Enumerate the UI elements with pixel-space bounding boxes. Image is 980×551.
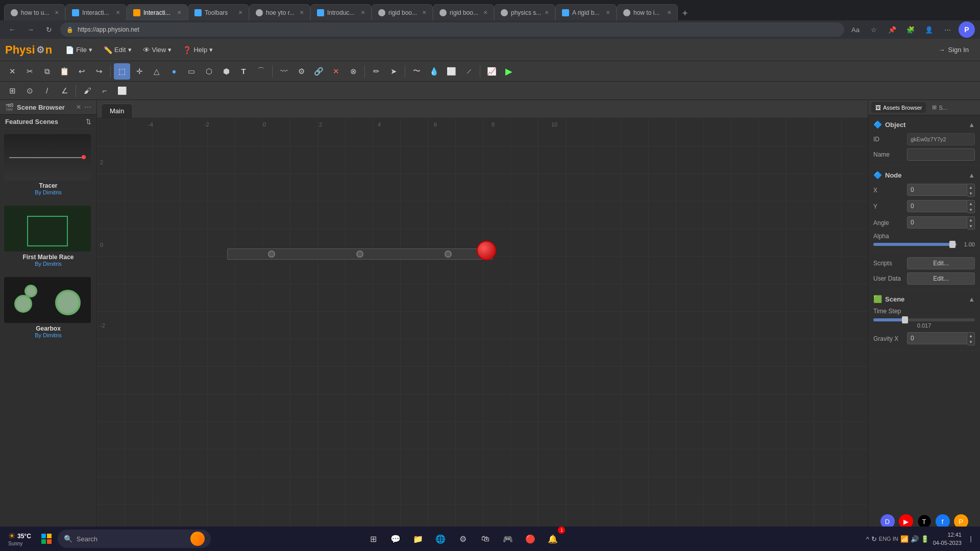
tab-close-2[interactable]: ✕ bbox=[116, 10, 120, 15]
edge-button[interactable]: 🌐 bbox=[430, 529, 451, 549]
gravity-x-down-arrow[interactable]: ▼ bbox=[967, 339, 974, 345]
angle-down-arrow[interactable]: ▼ bbox=[967, 223, 974, 229]
tab-close-9[interactable]: ✕ bbox=[545, 10, 549, 15]
text-tool-button[interactable]: T bbox=[235, 63, 252, 80]
forward-button[interactable]: → bbox=[23, 22, 38, 37]
node-section-toggle[interactable]: ▲ bbox=[968, 171, 975, 179]
panel-more-button[interactable]: ⋯ bbox=[84, 103, 91, 111]
sign-in-button[interactable]: → Sign In bbox=[933, 44, 975, 56]
physics-ball[interactable] bbox=[477, 241, 496, 260]
reader-view-button[interactable]: Aa bbox=[848, 22, 863, 37]
back-button[interactable]: ← bbox=[5, 22, 19, 37]
scene-section-toggle[interactable]: ▲ bbox=[968, 295, 975, 303]
drop-tool-button[interactable]: 💧 bbox=[426, 63, 442, 80]
physics-platform[interactable] bbox=[227, 248, 493, 260]
triangle-tool-button[interactable]: △ bbox=[149, 63, 165, 80]
circle-tool-button[interactable]: ● bbox=[166, 63, 182, 80]
pen-tool-button[interactable]: ✏ bbox=[368, 63, 384, 80]
chat-button[interactable]: 💬 bbox=[385, 529, 406, 549]
canvas-wrapper[interactable]: -4 -2 0 2 4 6 8 10 2 0 -2 bbox=[97, 118, 868, 539]
panel-close-button[interactable]: ✕ bbox=[76, 104, 81, 111]
scene-sort-button[interactable]: ⇅ bbox=[86, 118, 91, 126]
battery-icon[interactable]: 🔋 bbox=[921, 535, 929, 543]
notification-button[interactable]: 🔔 1 bbox=[543, 529, 563, 549]
corner-sub-tool[interactable]: ⌐ bbox=[96, 83, 113, 99]
object-section-toggle[interactable]: ▲ bbox=[968, 121, 975, 129]
scene-item-marble[interactable]: First Marble Race By Dimitris bbox=[2, 203, 94, 270]
select-tool-button[interactable]: ⬚ bbox=[114, 63, 130, 80]
canvas-grid[interactable]: -4 -2 0 2 4 6 8 10 2 0 -2 bbox=[97, 118, 868, 539]
tab-6[interactable]: Introduc... ✕ bbox=[310, 4, 372, 20]
extensions-button[interactable]: 🧩 bbox=[903, 22, 918, 37]
show-desktop-button[interactable]: | bbox=[966, 529, 976, 549]
y-input[interactable]: 0 bbox=[907, 200, 967, 212]
volume-icon[interactable]: 🔊 bbox=[911, 535, 919, 543]
angle-up-arrow[interactable]: ▲ bbox=[967, 217, 974, 223]
pin-button[interactable]: 📌 bbox=[885, 22, 899, 37]
tab-close-11[interactable]: ✕ bbox=[667, 10, 671, 15]
name-input[interactable] bbox=[907, 148, 975, 161]
tab-close-6[interactable]: ✕ bbox=[361, 10, 365, 15]
view-menu[interactable]: 👁 View ▾ bbox=[138, 44, 177, 56]
new-tab-button[interactable]: + bbox=[678, 6, 692, 20]
chain-tool-button[interactable]: 🔗 bbox=[310, 63, 327, 80]
gravity-x-input[interactable]: 0 bbox=[907, 332, 967, 344]
angle-sub-tool[interactable]: ∠ bbox=[56, 83, 72, 99]
timestep-slider[interactable]: 0.017 bbox=[873, 318, 975, 329]
browser-extension-icon[interactable]: P bbox=[959, 21, 975, 38]
record-sub-tool[interactable]: ⊙ bbox=[21, 83, 38, 99]
wand-tool-button[interactable]: ⟋ bbox=[460, 63, 477, 80]
scene-item-gearbox[interactable]: Gearbox By Dimitris bbox=[2, 274, 94, 341]
assets-browser-tab[interactable]: 🖼 Assets Browser bbox=[871, 102, 926, 113]
bezier-tool-button[interactable]: ⌒ bbox=[253, 63, 269, 80]
motor-tool-button[interactable]: ⊗ bbox=[345, 63, 361, 80]
alpha-slider[interactable] bbox=[873, 243, 957, 246]
play-tool-button[interactable]: ▶ bbox=[501, 63, 517, 80]
waveform-tool-button[interactable]: 〜 bbox=[408, 63, 425, 80]
favorites-button[interactable]: ☆ bbox=[867, 22, 881, 37]
gravity-x-up-arrow[interactable]: ▲ bbox=[967, 333, 974, 339]
user-data-edit-button[interactable]: Edit... bbox=[907, 272, 975, 285]
column-tool-button[interactable]: ⬜ bbox=[443, 63, 459, 80]
close-tool-button[interactable]: ✕ bbox=[4, 63, 20, 80]
redo-tool-button[interactable]: ↪ bbox=[91, 63, 107, 80]
y-up-arrow[interactable]: ▲ bbox=[967, 201, 974, 207]
undo-tool-button[interactable]: ↩ bbox=[74, 63, 90, 80]
main-canvas-tab[interactable]: Main bbox=[101, 104, 133, 118]
chart-tool-button[interactable]: 📈 bbox=[483, 63, 500, 80]
x-down-arrow[interactable]: ▼ bbox=[967, 190, 974, 196]
angle-input[interactable]: 0 bbox=[907, 216, 967, 229]
tab-7[interactable]: rigid boo... ✕ bbox=[372, 4, 433, 20]
tab-close-5[interactable]: ✕ bbox=[300, 10, 304, 15]
copy-tool-button[interactable]: ⧉ bbox=[39, 63, 55, 80]
tab-close-8[interactable]: ✕ bbox=[483, 10, 487, 15]
tab-close-3[interactable]: ✕ bbox=[177, 10, 181, 15]
polygon-tool-button[interactable]: ⬡ bbox=[201, 63, 217, 80]
tab-2[interactable]: Interacti... ✕ bbox=[65, 4, 127, 20]
tab-3[interactable]: Interacti... ✕ bbox=[127, 4, 188, 20]
edit-menu[interactable]: ✏️ Edit ▾ bbox=[99, 44, 136, 56]
arrow-tool-button[interactable]: ➤ bbox=[385, 63, 402, 80]
second-tab[interactable]: ⊞ S... bbox=[928, 102, 951, 113]
gear-tool-button[interactable]: ⚙ bbox=[293, 63, 309, 80]
taskview-button[interactable]: ⊞ bbox=[363, 529, 383, 549]
profile-button[interactable]: 👤 bbox=[922, 22, 936, 37]
taskbar-search-bar[interactable]: 🔍 Search bbox=[58, 530, 211, 548]
settings-taskbar-button[interactable]: ⚙ bbox=[453, 529, 473, 549]
tab-4[interactable]: Toolbars ✕ bbox=[188, 4, 249, 20]
timestep-thumb[interactable] bbox=[902, 316, 908, 323]
alpha-slider-thumb[interactable] bbox=[949, 241, 955, 248]
cut-tool-button[interactable]: ✂ bbox=[21, 63, 38, 80]
store-button[interactable]: 🛍 bbox=[475, 529, 496, 549]
cross-tool-button[interactable]: ✕ bbox=[328, 63, 344, 80]
reload-button[interactable]: ↻ bbox=[42, 22, 56, 37]
x-up-arrow[interactable]: ▲ bbox=[967, 184, 974, 190]
file-menu[interactable]: 📄 File ▾ bbox=[60, 44, 97, 56]
tab-8[interactable]: rigid boo... ✕ bbox=[433, 4, 494, 20]
x-input[interactable]: 0 bbox=[907, 184, 967, 196]
y-down-arrow[interactable]: ▼ bbox=[967, 207, 974, 213]
system-clock[interactable]: 12:41 04-05-2023 bbox=[933, 531, 962, 547]
tab-close-4[interactable]: ✕ bbox=[238, 10, 242, 15]
tab-close-1[interactable]: ✕ bbox=[55, 10, 59, 15]
paint-sub-tool[interactable]: 🖌 bbox=[79, 83, 95, 99]
